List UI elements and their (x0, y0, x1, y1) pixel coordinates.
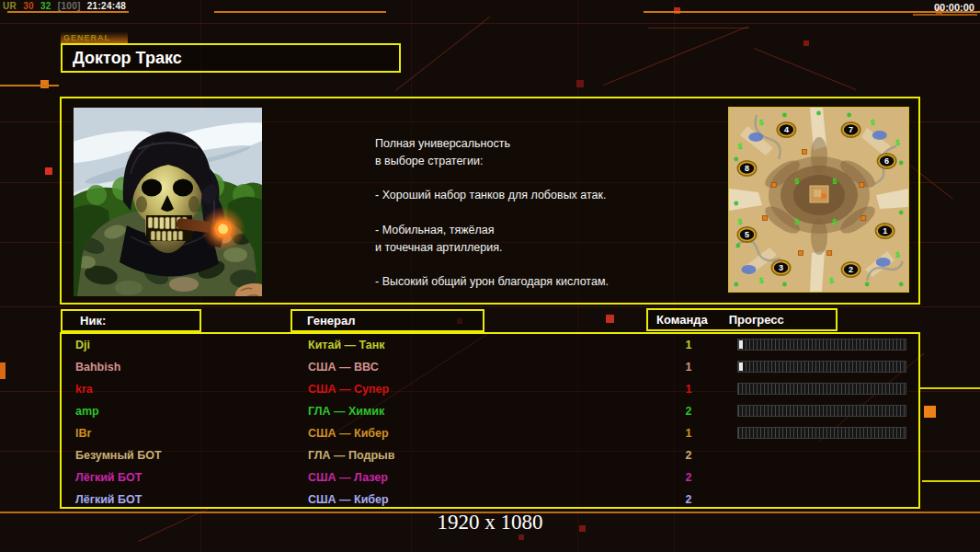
tech-building-marker (861, 216, 866, 221)
general-name: Доктор Тракс (63, 45, 399, 71)
start-position-number: 5 (745, 230, 749, 239)
tree-marker (899, 211, 904, 215)
player-team: 1 (670, 378, 707, 400)
player-row: Bahbish США — ВВС 1 (62, 356, 918, 378)
player-row: Лёгкий БОТ США — Лазер 2 (62, 466, 918, 489)
supply-marker: $ (895, 138, 900, 147)
start-position-number: 1 (883, 226, 887, 236)
general-name-box: Доктор Тракс (61, 43, 401, 73)
decor-square (518, 535, 524, 540)
header-general: Генерал (291, 309, 484, 332)
player-nick: Лёгкий БОТ (75, 466, 142, 489)
general-tab-label: GENERAL (61, 32, 128, 43)
circuit-line (603, 26, 748, 86)
tech-building-marker (799, 251, 803, 256)
side-rule (0, 85, 59, 86)
player-row: lBr США — Кибер 1 (62, 422, 918, 444)
tree-marker (734, 282, 738, 287)
player-row: Dji Китай — Танк 1 (62, 334, 918, 356)
status-segment: [100] (58, 1, 81, 11)
description-line: - Высокий общий урон благодаря кислотам. (375, 273, 678, 291)
decor-square (803, 40, 809, 46)
header-team-progress: Команда Прогресс (646, 308, 838, 331)
header-nick: Ник: (61, 309, 201, 332)
start-position-number: 4 (784, 125, 789, 134)
player-row: Безумный БОТ ГЛА — Подрыв 2 (62, 444, 918, 466)
supply-marker: $ (833, 217, 838, 226)
supply-marker: $ (759, 118, 764, 127)
description-line: - Хороший набор танков для лобовых атак. (375, 187, 678, 204)
player-team: 2 (670, 489, 707, 511)
player-general: ГЛА — Химик (308, 400, 384, 422)
player-team: 1 (670, 356, 707, 378)
general-portrait (74, 108, 262, 296)
player-row: amp ГЛА — Химик 2 (62, 400, 918, 422)
timer-rule (913, 14, 977, 16)
player-table: Dji Китай — Танк 1 Bahbish США — ВВС 1 k… (60, 332, 920, 509)
tech-building-marker (771, 183, 776, 188)
loading-progress-bar (737, 427, 906, 439)
player-nick: kra (75, 378, 93, 400)
player-general: США — Лазер (308, 466, 388, 489)
circuit-line (648, 28, 749, 29)
start-position-number: 8 (745, 164, 749, 173)
tree-marker (735, 244, 740, 248)
gentool-status: UR 30 32 [100] 21:24:48 (3, 1, 130, 11)
tree-marker (734, 201, 738, 206)
player-nick: lBr (75, 422, 91, 444)
player-nick: amp (75, 400, 99, 422)
player-team: 2 (670, 400, 707, 422)
tech-building-marker (763, 216, 768, 221)
map-art: $$$$$$$$$$$$12345678 (729, 108, 908, 292)
start-position-number: 7 (849, 125, 853, 134)
status-segment: 32 (40, 1, 51, 11)
supply-marker: $ (795, 217, 800, 226)
decor-square (0, 362, 6, 379)
supply-marker: $ (795, 177, 800, 186)
tree-marker (782, 113, 787, 118)
status-segment: 30 (23, 1, 34, 11)
top-rule (7, 11, 129, 13)
player-nick: Лёгкий БОТ (75, 489, 142, 511)
player-nick: Dji (75, 334, 90, 356)
supply-marker: $ (870, 118, 874, 127)
supply-marker: $ (737, 217, 742, 226)
loading-progress-bar (737, 405, 906, 417)
tree-marker (847, 113, 851, 118)
status-segment: UR (3, 1, 17, 11)
description-line (375, 204, 678, 222)
decor-square (45, 167, 52, 175)
tree-marker (899, 161, 904, 166)
circuit-line (754, 48, 857, 90)
player-nick: Безумный БОТ (75, 444, 162, 466)
decor-square (606, 315, 614, 323)
tree-marker (899, 282, 904, 287)
game-lobby-screen: UR 30 32 [100] 21:24:48 00:00:00 GENERAL… (0, 0, 980, 552)
header-progress-label: Прогресс (729, 313, 784, 327)
player-nick: Bahbish (75, 356, 120, 378)
player-general: США — Кибер (308, 422, 389, 444)
resolution-label: 1920 x 1080 (0, 511, 980, 535)
status-segment: 21:24:48 (87, 1, 126, 11)
grid-line (0, 306, 980, 307)
header-nick-label: Ник: (80, 314, 106, 328)
dr-thrax-portrait-art (74, 108, 262, 296)
player-team: 1 (670, 334, 707, 356)
top-rule (644, 11, 980, 13)
match-timer: 00:00:00 (934, 2, 974, 13)
description-line: в выборе стратегии: (375, 153, 678, 170)
decor-square (924, 406, 936, 418)
supply-marker: $ (833, 177, 838, 186)
player-general: ГЛА — Подрыв (308, 444, 394, 466)
player-row: kra США — Супер 1 (62, 378, 918, 400)
water-patch (748, 132, 763, 142)
description-line (375, 257, 678, 274)
player-general: США — ВВС (308, 356, 379, 378)
supply-marker: $ (759, 276, 764, 285)
tree-marker (734, 157, 738, 162)
start-position-number: 2 (849, 265, 853, 274)
map-preview: $$$$$$$$$$$$12345678 (728, 107, 909, 293)
player-team: 1 (670, 422, 707, 444)
water-patch (876, 258, 891, 267)
supply-marker: $ (737, 142, 742, 151)
